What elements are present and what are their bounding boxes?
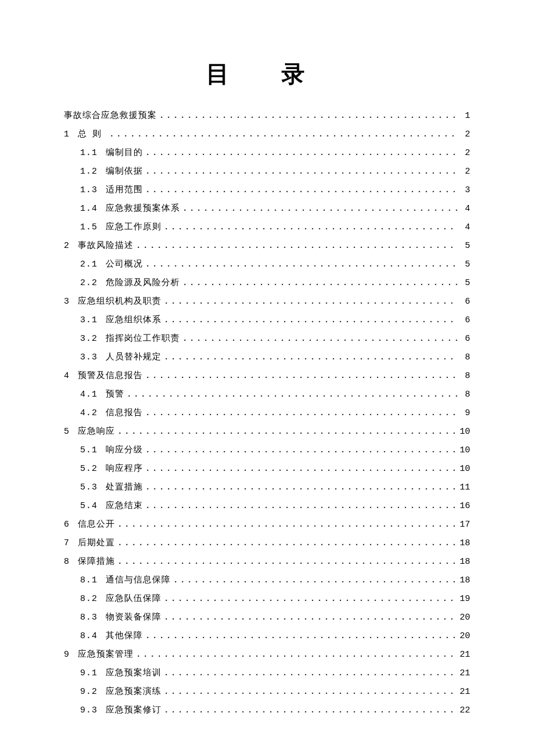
toc-entry-number: 1.5 xyxy=(80,219,98,236)
document-page: 目 录 事故综合应急救援预案11总则21.1编制目的21.2编制依据21.3适用… xyxy=(0,0,534,756)
toc-entry-number: 3.2 xyxy=(80,330,98,348)
toc-entry: 9应急预案管理21 xyxy=(64,645,470,664)
toc-leader-dots xyxy=(164,591,457,608)
table-of-contents: 事故综合应急救援预案11总则21.1编制目的21.2编制依据21.3适用范围31… xyxy=(64,106,470,719)
toc-leader-dots xyxy=(164,293,457,311)
toc-entry-page: 6 xyxy=(460,330,470,348)
toc-entry-label: 预警 xyxy=(106,385,124,402)
toc-leader-dots xyxy=(182,330,457,348)
toc-entry-label: 通信与信息保障 xyxy=(106,571,171,588)
toc-entry-page: 4 xyxy=(460,200,470,218)
toc-leader-dots xyxy=(145,163,457,181)
toc-entry-label: 应急预案演练 xyxy=(106,682,161,700)
toc-entry-label: 应急工作原则 xyxy=(106,218,161,235)
toc-entry-number: 3.3 xyxy=(80,349,98,366)
toc-entry: 3.1应急组织体系6 xyxy=(64,311,470,329)
toc-leader-dots xyxy=(136,646,457,664)
toc-entry: 4预警及信息报告8 xyxy=(64,366,470,385)
toc-entry-label: 应急预案管理 xyxy=(78,645,134,663)
toc-leader-dots xyxy=(164,702,457,719)
toc-entry: 6信息公开17 xyxy=(64,515,470,534)
toc-entry-label: 危险源及风险分析 xyxy=(106,273,180,291)
toc-entry: 5.4应急结束16 xyxy=(64,496,470,515)
toc-entry-label: 物资装备保障 xyxy=(106,608,161,625)
toc-entry-number: 5.4 xyxy=(80,498,98,515)
toc-entry: 1.1编制目的2 xyxy=(64,143,470,162)
toc-entry-number: 6 xyxy=(64,516,70,534)
toc-entry-number: 1.2 xyxy=(80,163,98,181)
toc-entry-page: 8 xyxy=(460,386,470,404)
toc-leader-dots xyxy=(145,460,457,478)
toc-leader-dots xyxy=(145,145,457,162)
toc-entry: 1.2编制依据2 xyxy=(64,162,470,181)
toc-entry-number: 8.3 xyxy=(80,609,98,627)
toc-entry: 7后期处置18 xyxy=(64,534,470,552)
toc-leader-dots xyxy=(145,498,457,515)
toc-entry-page: 2 xyxy=(460,163,470,181)
toc-entry-number: 4 xyxy=(64,368,70,385)
toc-entry: 1总则2 xyxy=(64,125,470,143)
toc-leader-dots xyxy=(182,200,457,218)
toc-entry: 事故综合应急救援预案1 xyxy=(64,106,470,125)
toc-entry-label: 后期处置 xyxy=(78,534,115,551)
toc-leader-dots xyxy=(117,516,457,534)
toc-leader-dots xyxy=(109,126,457,143)
toc-leader-dots xyxy=(145,479,457,496)
toc-leader-dots xyxy=(145,182,457,199)
toc-entry-page: 16 xyxy=(460,498,470,515)
toc-entry: 8.1通信与信息保障18 xyxy=(64,571,470,589)
toc-entry-number: 2.2 xyxy=(80,275,98,292)
toc-entry: 3.3人员替补规定8 xyxy=(64,348,470,366)
toc-leader-dots xyxy=(182,275,457,292)
toc-entry-page: 8 xyxy=(460,349,470,366)
toc-entry-page: 17 xyxy=(460,516,470,534)
toc-entry: 5.2响应程序10 xyxy=(64,459,470,478)
toc-entry-page: 5 xyxy=(460,256,470,273)
toc-entry: 2事故风险描述5 xyxy=(64,236,470,255)
toc-entry-page: 6 xyxy=(460,312,470,329)
toc-entry-label: 编制目的 xyxy=(106,143,143,161)
toc-entry-label: 应急救援预案体系 xyxy=(106,199,180,217)
toc-entry-label: 应急组织机构及职责 xyxy=(78,292,161,309)
toc-entry-number: 5 xyxy=(64,423,70,441)
toc-leader-dots xyxy=(117,553,457,571)
toc-entry-page: 10 xyxy=(460,442,470,459)
toc-leader-dots xyxy=(164,219,457,236)
toc-entry: 1.4应急救援预案体系4 xyxy=(64,199,470,218)
toc-leader-dots xyxy=(164,312,457,329)
toc-entry-label: 应急结束 xyxy=(106,496,143,514)
toc-entry-number: 9.1 xyxy=(80,665,98,682)
toc-entry-label: 处置措施 xyxy=(106,478,143,495)
toc-entry-page: 20 xyxy=(460,628,470,645)
toc-entry-page: 1 xyxy=(460,107,470,125)
toc-leader-dots xyxy=(136,237,457,255)
toc-entry-number: 4.1 xyxy=(80,386,98,404)
toc-entry-label: 编制依据 xyxy=(106,162,143,179)
toc-entry-label: 指挥岗位工作职责 xyxy=(106,329,180,347)
toc-entry: 4.1预警8 xyxy=(64,385,470,404)
toc-leader-dots xyxy=(173,572,457,589)
toc-entry-label: 应急响应 xyxy=(78,422,115,440)
toc-entry-page: 9 xyxy=(460,405,470,422)
toc-leader-dots xyxy=(117,423,457,441)
toc-entry-number: 1.3 xyxy=(80,182,98,199)
toc-leader-dots xyxy=(145,628,457,645)
toc-entry-page: 21 xyxy=(460,646,470,664)
toc-entry: 9.1应急预案培训21 xyxy=(64,664,470,682)
toc-entry-page: 21 xyxy=(460,683,470,701)
toc-leader-dots xyxy=(164,683,457,701)
toc-leader-dots xyxy=(145,256,457,273)
toc-entry-page: 19 xyxy=(460,591,470,608)
toc-entry-label: 事故风险描述 xyxy=(78,236,134,254)
toc-entry-number: 8.4 xyxy=(80,628,98,645)
toc-entry-number: 1 xyxy=(64,126,70,143)
toc-entry: 8保障措施18 xyxy=(64,552,470,571)
toc-leader-dots xyxy=(127,386,457,404)
toc-entry-page: 3 xyxy=(460,182,470,199)
toc-entry: 1.5应急工作原则4 xyxy=(64,218,470,236)
toc-entry: 8.4其他保障20 xyxy=(64,627,470,645)
toc-entry-number: 9 xyxy=(64,646,70,664)
toc-entry-label: 其他保障 xyxy=(106,627,143,644)
toc-entry-label: 人员替补规定 xyxy=(106,348,161,365)
toc-leader-dots xyxy=(145,405,457,422)
